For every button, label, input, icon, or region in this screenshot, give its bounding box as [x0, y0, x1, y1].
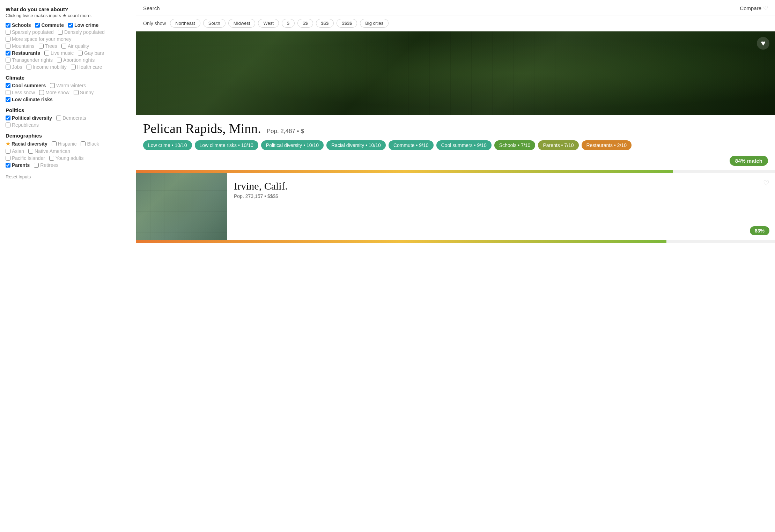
checkbox-more-space[interactable]: More space for your money — [6, 36, 71, 42]
politics-group-1: Political diversity Democrats — [6, 115, 130, 121]
city2-title: Irvine, Calif. — [234, 180, 769, 192]
checkbox-retirees[interactable]: Retirees — [34, 162, 58, 168]
checkbox-political-diversity[interactable]: Political diversity — [6, 115, 52, 121]
city-info-irvine: Irvine, Calif. Pop. 273,157 • $$$$ — [227, 173, 775, 243]
featured-progress-fill — [136, 170, 673, 173]
checkbox-racial-diversity[interactable]: ★ Racial diversity — [6, 141, 47, 147]
checkbox-young-adults[interactable]: Young adults — [49, 155, 83, 161]
featured-match-badge: 84% match — [136, 153, 775, 170]
tag-political-diversity[interactable]: Political diversity • 10/10 — [261, 140, 324, 150]
climate-group-2: Less snow More snow Sunny — [6, 90, 130, 95]
city-thumbnail-irvine — [136, 173, 227, 243]
city-card-irvine: Irvine, Calif. Pop. 273,157 • $$$$ ♡ 83% — [136, 173, 775, 243]
tag-restaurants[interactable]: Restaurants • 2/10 — [582, 140, 632, 150]
checkbox-group-7: Jobs Income mobility Health care — [6, 64, 130, 70]
checkbox-native-american[interactable]: Native American — [28, 148, 70, 154]
featured-info: Pelican Rapids, Minn. Pop. 2,487 • $ Low… — [136, 115, 775, 153]
tag-racial-diversity[interactable]: Racial diversity • 10/10 — [326, 140, 386, 150]
tag-low-crime[interactable]: Low crime • 10/10 — [143, 140, 192, 150]
politics-group-2: Republicans — [6, 122, 130, 128]
city2-population: Pop. 273,157 • $$$$ — [234, 193, 769, 199]
politics-section-label: Politics — [6, 107, 130, 113]
tag-commute[interactable]: Commute • 9/10 — [389, 140, 434, 150]
city2-progress-bar — [136, 240, 775, 243]
filter-northeast[interactable]: Northeast — [170, 19, 200, 28]
checkbox-parents[interactable]: Parents — [6, 162, 30, 168]
checkbox-black[interactable]: Black — [81, 141, 99, 147]
sidebar-title: What do you care about? — [6, 6, 130, 12]
filter-bar: Only show Northeast South Midwest West $… — [136, 15, 775, 31]
sidebar: What do you care about? Clicking twice m… — [0, 0, 136, 532]
checkbox-low-crime[interactable]: Low crime — [68, 22, 98, 28]
filter-south[interactable]: South — [203, 19, 226, 28]
climate-section-label: Climate — [6, 75, 130, 81]
featured-tags: Low crime • 10/10 Low climate risks • 10… — [143, 140, 768, 150]
checkbox-democrats[interactable]: Democrats — [56, 115, 86, 121]
featured-progress-bar — [136, 170, 775, 173]
tag-cool-summers[interactable]: Cool summers • 9/10 — [436, 140, 492, 150]
map-fields — [136, 31, 775, 115]
featured-population: Pop. 2,487 • $ — [267, 128, 304, 134]
checkbox-sunny[interactable]: Sunny — [74, 90, 94, 95]
checkbox-group-5: Restaurants Live music Gay bars — [6, 50, 130, 56]
filter-midwest[interactable]: Midwest — [228, 19, 256, 28]
climate-group-3: Low climate risks — [6, 97, 130, 102]
search-label[interactable]: Search — [143, 5, 160, 11]
checkbox-mountains[interactable]: Mountains — [6, 43, 35, 49]
checkbox-group-4: Mountains Trees Air quality — [6, 43, 130, 49]
top-bar: Search Compare ♡ — [136, 0, 775, 15]
demographics-group-4: Parents Retirees — [6, 162, 130, 168]
demographics-group-2: Asian Native American — [6, 148, 130, 154]
checkbox-asian[interactable]: Asian — [6, 148, 24, 154]
star-icon: ★ — [6, 141, 10, 147]
checkbox-low-climate-risks[interactable]: Low climate risks — [6, 97, 53, 102]
checkbox-republicans[interactable]: Republicans — [6, 122, 39, 128]
tag-parents[interactable]: Parents • 7/10 — [538, 140, 578, 150]
checkbox-transgender[interactable]: Transgender rights — [6, 57, 53, 63]
checkbox-commute[interactable]: Commute — [35, 22, 64, 28]
checkbox-hispanic[interactable]: Hispanic — [52, 141, 77, 147]
checkbox-live-music[interactable]: Live music — [44, 50, 74, 56]
climate-group-1: Cool summers Warm winters — [6, 83, 130, 88]
filter-west[interactable]: West — [258, 19, 279, 28]
checkbox-cool-summers[interactable]: Cool summers — [6, 83, 46, 88]
filter-price-3[interactable]: $$$ — [316, 19, 334, 28]
filter-big-cities[interactable]: Big cities — [360, 19, 389, 28]
filter-price-4[interactable]: $$$$ — [337, 19, 357, 28]
checkbox-less-snow[interactable]: Less snow — [6, 90, 35, 95]
checkbox-pacific-islander[interactable]: Pacific Islander — [6, 155, 45, 161]
compare-heart-icon: ♡ — [763, 5, 768, 12]
checkbox-air-quality[interactable]: Air quality — [61, 43, 89, 49]
checkbox-group-2: Sparsely populated Densely populated — [6, 29, 130, 35]
checkbox-restaurants[interactable]: Restaurants — [6, 50, 40, 56]
checkbox-abortion[interactable]: Abortion rights — [57, 57, 95, 63]
sidebar-subtitle: Clicking twice makes inputs ★ count more… — [6, 13, 130, 18]
city-thumb-grid — [136, 173, 227, 243]
checkbox-more-snow[interactable]: More snow — [39, 90, 69, 95]
tag-low-climate-risks[interactable]: Low climate risks • 10/10 — [195, 140, 258, 150]
only-show-label: Only show — [143, 21, 166, 26]
checkbox-sparsely[interactable]: Sparsely populated — [6, 29, 54, 35]
checkbox-schools[interactable]: Schools — [6, 22, 31, 28]
filter-price-2[interactable]: $$ — [297, 19, 313, 28]
compare-button[interactable]: Compare ♡ — [740, 5, 768, 12]
featured-heart-button[interactable]: ♥ — [757, 37, 769, 50]
checkbox-gay-bars[interactable]: Gay bars — [78, 50, 104, 56]
checkbox-densely[interactable]: Densely populated — [58, 29, 105, 35]
demographics-group-3: Pacific Islander Young adults — [6, 155, 130, 161]
featured-card: ♥ Pelican Rapids, Minn. Pop. 2,487 • $ L… — [136, 31, 775, 173]
checkbox-income[interactable]: Income mobility — [27, 64, 67, 70]
checkbox-healthcare[interactable]: Health care — [71, 64, 102, 70]
tag-schools[interactable]: Schools • 7/10 — [494, 140, 536, 150]
checkbox-jobs[interactable]: Jobs — [6, 64, 22, 70]
main-content: Search Compare ♡ Only show Northeast Sou… — [136, 0, 775, 532]
city2-heart-button[interactable]: ♡ — [763, 179, 769, 187]
checkbox-warm-winters[interactable]: Warm winters — [50, 83, 86, 88]
reset-inputs-link[interactable]: Reset inputs — [6, 174, 130, 179]
featured-city-title: Pelican Rapids, Minn. — [143, 121, 261, 136]
featured-map: ♥ — [136, 31, 775, 115]
filter-price-1[interactable]: $ — [282, 19, 295, 28]
checkbox-trees[interactable]: Trees — [39, 43, 57, 49]
checkbox-group-1: Schools Commute Low crime — [6, 22, 130, 28]
checkbox-group-3: More space for your money — [6, 36, 130, 42]
